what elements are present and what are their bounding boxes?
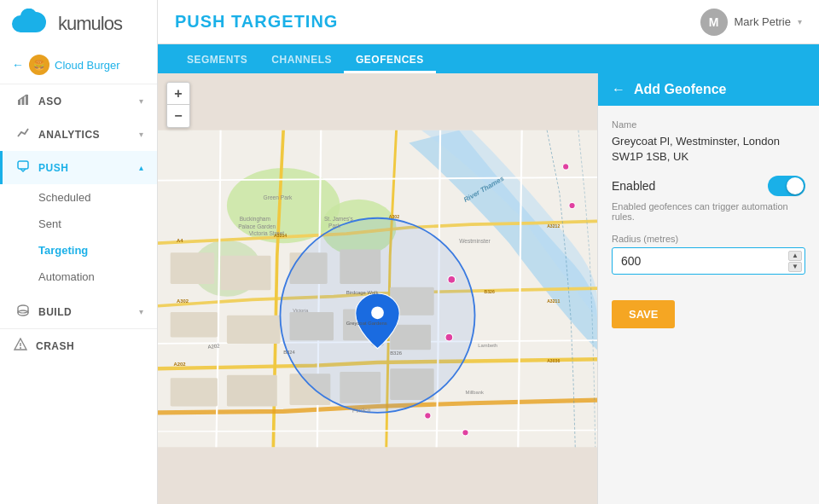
svg-text:Pimlico: Pimlico xyxy=(352,407,371,414)
back-to-app[interactable]: ← 🍔 Cloud Burger xyxy=(0,46,157,84)
geofence-header: ← Add Geofence xyxy=(598,73,819,106)
svg-text:Millbank: Millbank xyxy=(466,390,485,395)
svg-point-60 xyxy=(563,164,569,170)
analytics-chevron-icon: ▾ xyxy=(139,130,143,139)
svg-text:A3211: A3211 xyxy=(547,298,560,304)
geofence-panel: ← Add Geofence Name Greycoat Pl, Westmin… xyxy=(597,73,819,504)
radius-spinner: ▲ ▼ xyxy=(788,251,802,272)
svg-text:A3036: A3036 xyxy=(547,358,560,363)
aso-label: ASO xyxy=(38,96,139,107)
map-area[interactable]: Victoria Street Birdcage Walk A202 B326 … xyxy=(158,73,597,504)
tab-channels[interactable]: CHANNELS xyxy=(259,49,344,73)
svg-text:Buckingham: Buckingham xyxy=(240,216,271,223)
svg-rect-17 xyxy=(227,316,281,344)
scheduled-label: Scheduled xyxy=(38,191,90,204)
svg-text:Green Park: Green Park xyxy=(264,194,293,200)
svg-text:Greycoat Gardens: Greycoat Gardens xyxy=(346,321,387,326)
svg-point-29 xyxy=(371,306,384,319)
enabled-toggle[interactable] xyxy=(768,176,805,196)
app-name: Cloud Burger xyxy=(55,59,120,72)
svg-text:Lambeth: Lambeth xyxy=(478,343,497,348)
automation-label: Automation xyxy=(38,270,95,283)
content-area: Victoria Street Birdcage Walk A202 B326 … xyxy=(158,73,819,504)
svg-rect-3 xyxy=(18,161,28,169)
svg-rect-0 xyxy=(18,100,20,105)
aso-icon xyxy=(16,93,30,109)
enabled-label: Enabled xyxy=(612,179,655,193)
enabled-row: Enabled xyxy=(612,176,805,196)
svg-point-56 xyxy=(448,275,456,283)
geofence-body: Name Greycoat Pl, Westminster, London SW… xyxy=(598,106,819,504)
back-arrow-icon: ← xyxy=(12,58,24,72)
save-button[interactable]: SAVE xyxy=(612,300,675,328)
sidebar-item-crash[interactable]: CRASH xyxy=(0,328,157,362)
svg-text:A202: A202 xyxy=(207,344,219,350)
toggle-knob xyxy=(787,177,804,194)
svg-text:Park: Park xyxy=(328,223,340,229)
sidebar-subitem-targeting[interactable]: Targeting xyxy=(0,237,157,264)
radius-input[interactable] xyxy=(612,247,805,275)
svg-point-59 xyxy=(462,430,468,436)
sidebar-subitem-scheduled[interactable]: Scheduled xyxy=(0,184,157,211)
sent-label: Sent xyxy=(38,217,61,230)
logo-text: kumulos xyxy=(58,13,122,35)
sidebar-item-push[interactable]: PUSH ▴ xyxy=(0,151,157,184)
svg-text:B326: B326 xyxy=(485,289,495,294)
push-chevron-icon: ▴ xyxy=(139,163,143,172)
analytics-label: ANALYTICS xyxy=(38,129,139,141)
zoom-in-button[interactable]: + xyxy=(167,83,189,105)
svg-text:A4: A4 xyxy=(177,238,183,243)
radius-up-button[interactable]: ▲ xyxy=(788,251,802,261)
svg-rect-23 xyxy=(227,375,277,407)
svg-text:St. James's: St. James's xyxy=(324,216,354,222)
aso-chevron-icon: ▾ xyxy=(139,96,143,106)
nav-section: ASO ▾ ANALYTICS ▾ PUSH ▴ Scheduled Sent xyxy=(0,84,157,504)
targeting-label: Targeting xyxy=(38,244,88,257)
radius-down-button[interactable]: ▼ xyxy=(788,262,802,272)
push-label: PUSH xyxy=(38,162,139,174)
radius-field-group: Radius (metres) ▲ ▼ xyxy=(612,234,805,275)
user-avatar: M xyxy=(700,9,728,36)
svg-text:A3212: A3212 xyxy=(547,223,560,229)
svg-point-58 xyxy=(425,413,431,419)
svg-text:A302: A302 xyxy=(177,298,189,304)
crash-icon xyxy=(14,338,27,354)
top-header: PUSH TARGETING M Mark Petrie ▾ xyxy=(158,0,819,44)
crash-label: CRASH xyxy=(36,340,74,352)
page-title: PUSH TARGETING xyxy=(175,12,338,32)
analytics-icon xyxy=(16,126,30,142)
enabled-hint: Enabled geofences can trigger automation… xyxy=(612,201,805,222)
sidebar-subitem-sent[interactable]: Sent xyxy=(0,211,157,237)
sidebar-item-analytics[interactable]: ANALYTICS ▾ xyxy=(0,118,157,151)
geofence-title: Add Geofence xyxy=(634,82,726,97)
svg-text:Birdcage Walk: Birdcage Walk xyxy=(346,290,379,295)
svg-text:A202: A202 xyxy=(173,362,186,367)
main-content: PUSH TARGETING M Mark Petrie ▾ SEGMENTS … xyxy=(158,0,819,504)
name-field-label: Name xyxy=(612,119,805,130)
build-chevron-icon: ▾ xyxy=(139,307,143,316)
sidebar: kumulos ← 🍔 Cloud Burger ASO ▾ ANALYTICS… xyxy=(0,0,158,504)
svg-text:Westminster: Westminster xyxy=(459,238,491,244)
build-label: BUILD xyxy=(38,306,139,318)
sidebar-item-aso[interactable]: ASO ▾ xyxy=(0,84,157,118)
svg-text:B324: B324 xyxy=(283,350,295,355)
name-field-value: Greycoat Pl, Westminster, London SW1P 1S… xyxy=(612,135,780,163)
push-icon xyxy=(16,159,30,176)
svg-rect-2 xyxy=(26,95,28,105)
user-chevron-icon: ▾ xyxy=(798,17,802,26)
svg-rect-22 xyxy=(171,378,218,406)
geofence-back-button[interactable]: ← xyxy=(612,82,625,97)
logo-cloud-icon xyxy=(12,9,51,39)
sidebar-item-build[interactable]: BUILD ▾ xyxy=(0,295,157,328)
sub-nav: SEGMENTS CHANNELS GEOFENCES xyxy=(158,44,819,73)
user-name: Mark Petrie xyxy=(735,15,791,28)
zoom-out-button[interactable]: − xyxy=(167,105,189,127)
tab-segments[interactable]: SEGMENTS xyxy=(175,49,259,73)
tab-geofences[interactable]: GEOFENCES xyxy=(344,49,436,73)
name-field-group: Name Greycoat Pl, Westminster, London SW… xyxy=(612,119,805,164)
svg-text:A3214: A3214 xyxy=(274,233,287,238)
sidebar-subitem-automation[interactable]: Automation xyxy=(0,264,157,290)
radius-input-wrap: ▲ ▼ xyxy=(612,247,805,275)
user-menu[interactable]: M Mark Petrie ▾ xyxy=(700,9,802,36)
svg-rect-13 xyxy=(221,256,271,290)
